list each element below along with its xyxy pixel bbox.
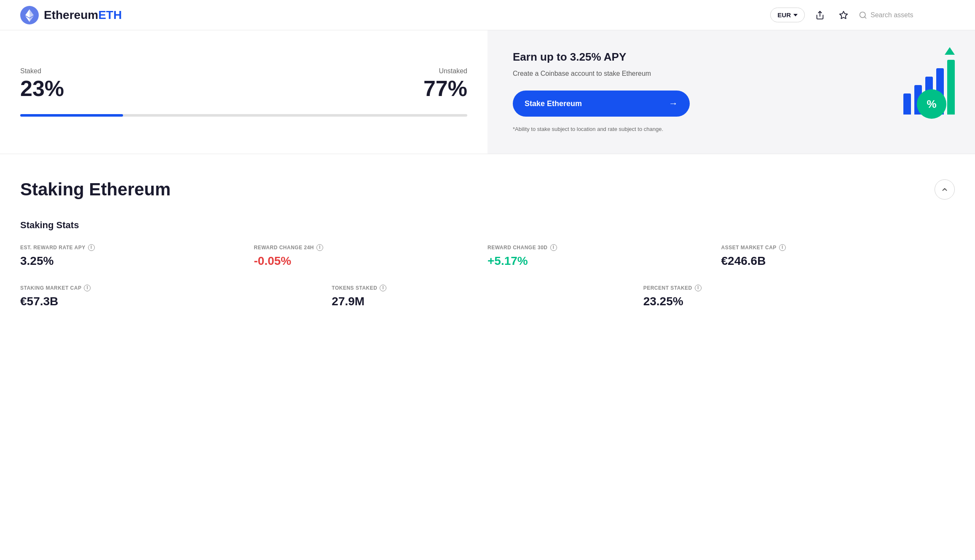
info-icon-row2-2[interactable]: i — [695, 285, 702, 291]
stat-value-row1-2: +5.17% — [487, 254, 713, 268]
chevron-up-icon — [941, 186, 948, 193]
unstaked-block: Unstaked 77% — [423, 67, 467, 101]
percent-circle: % — [917, 89, 946, 119]
chart-bar-5 — [947, 60, 955, 115]
info-icon-row2-0[interactable]: i — [84, 285, 91, 291]
header-right: EUR — [770, 7, 955, 24]
unstaked-label: Unstaked — [439, 67, 467, 75]
apy-title: Earn up to 3.25% APY — [513, 51, 955, 64]
stat-value-row1-1: -0.05% — [254, 254, 479, 268]
stake-button-label: Stake Ethereum — [525, 99, 582, 108]
eth-logo-icon — [20, 6, 39, 24]
stat-label-row1-0: EST. REWARD RATE APY i — [20, 244, 246, 251]
search-input[interactable] — [871, 11, 955, 19]
info-icon-row1-3[interactable]: i — [779, 244, 786, 251]
stat-value-row1-0: 3.25% — [20, 254, 246, 268]
share-icon — [815, 11, 825, 20]
staking-stats-title: Staking Stats — [20, 220, 955, 231]
page-title: EthereumETH — [44, 8, 122, 22]
staking-section-header: Staking Ethereum — [20, 179, 955, 200]
percent-symbol: % — [927, 98, 936, 111]
stats-grid-row1: EST. REWARD RATE APY i 3.25% REWARD CHAN… — [20, 244, 955, 268]
watchlist-button[interactable] — [835, 7, 852, 24]
apy-content: Earn up to 3.25% APY Create a Coinbase a… — [513, 51, 955, 133]
stat-value-row2-0: €57.3B — [20, 295, 323, 308]
staking-section-title: Staking Ethereum — [20, 179, 171, 200]
stat-label-row2-2: PERCENT STAKED i — [643, 285, 946, 291]
info-icon-row1-1[interactable]: i — [316, 244, 323, 251]
staking-left-panel: Staked 23% Unstaked 77% — [0, 30, 487, 154]
up-arrow-icon — [945, 47, 955, 55]
chevron-down-icon — [793, 14, 798, 16]
stat-label-row2-0: STAKING MARKET CAP i — [20, 285, 323, 291]
currency-selector[interactable]: EUR — [770, 8, 805, 22]
stat-label-row1-3: ASSET MARKET CAP i — [721, 244, 947, 251]
top-section: Staked 23% Unstaked 77% Earn up to 3.25%… — [0, 30, 975, 154]
stat-item-row2-2: PERCENT STAKED i 23.25% — [643, 285, 955, 308]
header: EthereumETH EUR — [0, 0, 975, 30]
star-icon — [839, 11, 848, 20]
stat-label-row1-1: REWARD CHANGE 24H i — [254, 244, 479, 251]
staked-label: Staked — [20, 67, 41, 75]
stat-value-row2-1: 27.9M — [332, 295, 635, 308]
stat-item-row1-3: ASSET MARKET CAP i €246.6B — [721, 244, 955, 268]
staked-unstaked-row: Staked 23% Unstaked 77% — [20, 67, 467, 101]
progress-bar-fill — [20, 114, 123, 117]
stat-item-row1-2: REWARD CHANGE 30D i +5.17% — [487, 244, 721, 268]
stat-item-row2-1: TOKENS STAKED i 27.9M — [332, 285, 643, 308]
info-icon-row2-1[interactable]: i — [380, 285, 386, 291]
header-left: EthereumETH — [20, 6, 122, 24]
svg-line-10 — [865, 16, 866, 18]
staked-block: Staked 23% — [20, 67, 64, 101]
apy-disclaimer: *Ability to stake subject to location an… — [513, 125, 955, 133]
stat-item-row1-0: EST. REWARD RATE APY i 3.25% — [20, 244, 254, 268]
stat-label-row2-1: TOKENS STAKED i — [332, 285, 635, 291]
search-icon — [859, 11, 867, 19]
stat-label-row1-2: REWARD CHANGE 30D i — [487, 244, 713, 251]
stat-value-row2-2: 23.25% — [643, 295, 946, 308]
apy-panel: Earn up to 3.25% APY Create a Coinbase a… — [487, 30, 975, 154]
apy-description: Create a Coinbase account to stake Ether… — [513, 69, 955, 79]
info-icon-row1-2[interactable]: i — [550, 244, 557, 251]
svg-marker-8 — [840, 11, 847, 18]
search-container — [859, 11, 955, 19]
arrow-right-icon: → — [669, 98, 678, 109]
stat-item-row2-0: STAKING MARKET CAP i €57.3B — [20, 285, 332, 308]
collapse-button[interactable] — [935, 179, 955, 200]
staked-value: 23% — [20, 77, 64, 101]
info-icon-row1-0[interactable]: i — [88, 244, 95, 251]
chart-illustration: % — [896, 47, 955, 131]
stake-ethereum-button[interactable]: Stake Ethereum → — [513, 91, 690, 117]
progress-bar-container — [20, 114, 467, 117]
chart-bar-1 — [903, 93, 911, 115]
stats-grid-row2: STAKING MARKET CAP i €57.3B TOKENS STAKE… — [20, 285, 955, 308]
stat-value-row1-3: €246.6B — [721, 254, 947, 268]
unstaked-value: 77% — [423, 77, 467, 101]
share-button[interactable] — [812, 7, 828, 24]
staking-section: Staking Ethereum Staking Stats EST. REWA… — [0, 154, 975, 333]
stat-item-row1-1: REWARD CHANGE 24H i -0.05% — [254, 244, 488, 268]
